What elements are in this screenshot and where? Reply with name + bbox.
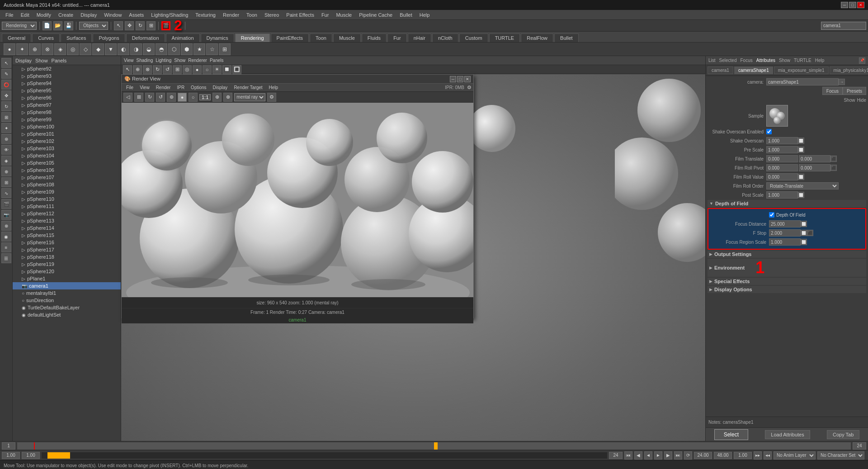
bc-loop[interactable]: ⟳ — [684, 451, 692, 460]
outliner-item-lightset[interactable]: ◉defaultLightSet — [13, 311, 121, 318]
shelf-btn-8[interactable]: ◆ — [92, 43, 104, 55]
bc-start-input[interactable] — [2, 452, 20, 459]
ae-shake-overscan-enabled-check[interactable] — [766, 129, 772, 134]
rv-tb-9[interactable]: ⊗ — [223, 93, 232, 102]
ae-node-tab-camerashape1[interactable]: cameraShape1 — [734, 66, 773, 74]
vp-menu-panels[interactable]: Panels — [210, 58, 224, 63]
shelf-btn-6[interactable]: ◎ — [67, 43, 79, 55]
shelf-btn-10[interactable]: ◐ — [118, 43, 129, 55]
rv-close[interactable]: ✕ — [464, 76, 471, 82]
rv-tb-1[interactable]: ◁ — [123, 93, 132, 102]
ae-post-scale-key[interactable]: ⬜ — [798, 192, 804, 198]
outliner-menu-show[interactable]: Show — [35, 58, 48, 63]
ae-film-roll-value-key[interactable]: ⬜ — [798, 174, 804, 180]
tool-curve[interactable]: ∿ — [1, 188, 11, 198]
tool-camera[interactable]: 📷 — [1, 210, 11, 220]
outliner-item-turtle[interactable]: ◉TurtleDefaultBakeLayer — [13, 304, 121, 311]
bc-char-set-select[interactable]: No Character Set — [817, 451, 864, 460]
bc-playback-end-input[interactable] — [714, 452, 732, 459]
rv-tb-2[interactable]: ⊞ — [134, 93, 143, 102]
ae-focus-region-key[interactable]: ⬜ — [801, 239, 807, 245]
rv-menu-target[interactable]: Render Target — [231, 85, 265, 90]
rv-menu-options[interactable]: Options — [188, 85, 209, 90]
menu-create[interactable]: Create — [55, 11, 77, 19]
rv-maximize[interactable]: □ — [457, 76, 463, 82]
ae-fstop-input[interactable] — [769, 229, 801, 237]
outliner-item-psphere92[interactable]: ▷pSphere92 — [13, 65, 121, 72]
ae-fstop-key[interactable]: ⬜ — [801, 230, 807, 236]
tab-fluids[interactable]: Fluids — [362, 33, 387, 42]
outliner-item-psphere106[interactable]: ▷pSphere106 — [13, 166, 121, 174]
rv-menu-help[interactable]: Help — [266, 85, 281, 90]
tab-deformation[interactable]: Deformation — [126, 33, 165, 42]
tool-move[interactable]: ✥ — [1, 90, 11, 100]
menu-pipeline[interactable]: Pipeline Cache — [355, 11, 396, 19]
tab-muscle[interactable]: Muscle — [333, 33, 361, 42]
outliner-item-psphere97[interactable]: ▷pSphere97 — [13, 101, 121, 109]
rv-window-controls[interactable]: ─ □ ✕ — [450, 76, 471, 82]
bc-next-key[interactable]: ⏭ — [674, 451, 682, 460]
outliner-menu-display[interactable]: Display — [15, 58, 32, 63]
rv-tb-3[interactable]: ↻ — [145, 93, 154, 102]
ae-fstop-extra[interactable]: ⬛ — [807, 230, 813, 236]
tool-cvs[interactable]: ◈ — [1, 156, 11, 166]
outliner-item-psphere116[interactable]: ▷pSphere116 — [13, 239, 121, 246]
outliner-item-psphere99[interactable]: ▷pSphere99 — [13, 116, 121, 123]
ae-pre-scale-input[interactable] — [766, 146, 798, 153]
outliner-item-psphere107[interactable]: ▷pSphere107 — [13, 174, 121, 181]
ae-focus-button[interactable]: Focus — [822, 87, 843, 95]
menu-lighting[interactable]: Lighting/Shading — [147, 11, 192, 19]
shelf-btn-14[interactable]: ⬡ — [168, 43, 180, 55]
outliner-item-psphere113[interactable]: ▷pSphere113 — [13, 217, 121, 224]
shelf-btn-7[interactable]: ◇ — [80, 43, 91, 55]
vp-menu-renderer[interactable]: Renderer — [188, 58, 207, 63]
close-button[interactable]: ✕ — [857, 2, 864, 8]
shelf-btn-17[interactable]: ☆ — [206, 43, 218, 55]
outliner-item-camera1[interactable]: 📷camera1 — [13, 282, 121, 289]
tool-rotate[interactable]: ↻ — [1, 101, 11, 111]
menu-muscle[interactable]: Muscle — [332, 11, 355, 19]
shelf-btn-4[interactable]: ⊗ — [42, 43, 53, 55]
timeline-bar[interactable] — [17, 442, 851, 450]
rv-settings-btn[interactable]: ⚙ — [467, 85, 472, 90]
tab-rendering[interactable]: Rendering — [235, 33, 270, 42]
bc-marker-frame[interactable] — [609, 452, 623, 459]
vp-icon-8[interactable]: ● — [193, 65, 202, 74]
outliner-item-psphere101[interactable]: ▷pSphere101 — [13, 130, 121, 137]
tab-polygons[interactable]: Polygons — [93, 33, 125, 42]
outliner-item-psphere95[interactable]: ▷pSphere95 — [13, 87, 121, 94]
bc-playback-start-input[interactable] — [22, 452, 40, 459]
tab-painteffects[interactable]: PaintEffects — [271, 33, 309, 42]
menu-bullet[interactable]: Bullet — [396, 11, 416, 19]
vp-icon-7[interactable]: ◎ — [183, 65, 192, 74]
outliner-item-psphere96[interactable]: ▷pSphere96 — [13, 94, 121, 101]
camera-field[interactable] — [821, 22, 866, 30]
tab-general[interactable]: General — [2, 33, 31, 42]
shelf-btn-3[interactable]: ⊕ — [29, 43, 41, 55]
rv-minimize[interactable]: ─ — [450, 76, 456, 82]
tool-paint[interactable]: ✎ — [1, 69, 11, 79]
vp-icon-10[interactable]: ☀ — [212, 65, 222, 74]
bc-prev-frame[interactable]: ◀ — [634, 451, 642, 460]
tab-curves[interactable]: Curves — [32, 33, 60, 42]
bc-prev-key[interactable]: ⏮ — [624, 451, 632, 460]
tab-fur[interactable]: Fur — [387, 33, 407, 42]
rv-renderer-select[interactable]: mental ray — [234, 93, 265, 101]
outliner-item-psphere108[interactable]: ▷pSphere108 — [13, 181, 121, 188]
scale-tool-btn[interactable]: ⊞ — [146, 21, 156, 30]
ae-tab-list[interactable]: List — [708, 58, 716, 63]
outliner-item-psphere111[interactable]: ▷pSphere111 — [13, 203, 121, 210]
outliner-item-psphere98[interactable]: ▷pSphere98 — [13, 109, 121, 116]
ae-camera-input[interactable] — [766, 78, 839, 85]
tool-soft[interactable]: ⊛ — [1, 134, 11, 144]
vp-icon-5[interactable]: ↺ — [163, 65, 172, 74]
bc-settings[interactable]: ▸▸ — [754, 451, 762, 460]
ae-focus-distance-key[interactable]: ⬜ — [801, 221, 807, 227]
tool-scale[interactable]: ⊞ — [1, 112, 11, 122]
outliner-item-psphere120[interactable]: ▷pSphere120 — [13, 268, 121, 275]
timeline-current-frame[interactable] — [2, 442, 15, 450]
range-slider[interactable] — [42, 452, 607, 459]
timeline-end-frame[interactable] — [853, 442, 866, 450]
ae-sample-thumbnail[interactable] — [766, 105, 788, 127]
shelf-btn-12[interactable]: ◒ — [143, 43, 155, 55]
